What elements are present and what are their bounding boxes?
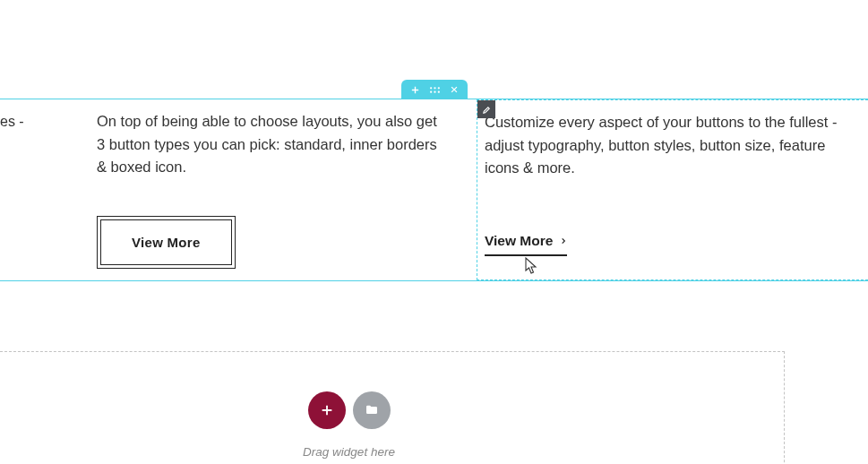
drag-section-icon[interactable] [429, 85, 441, 95]
chevron-right-icon [560, 236, 567, 246]
template-library-button[interactable] [353, 391, 391, 429]
dropzone-hint: Drag widget here [0, 445, 741, 459]
add-widget-button[interactable] [308, 391, 346, 429]
column-2-text: Customize every aspect of your buttons t… [485, 111, 841, 180]
column-1-text: On top of being able to choose layouts, … [97, 110, 448, 179]
close-section-icon[interactable] [450, 85, 459, 94]
svg-point-4 [434, 90, 435, 92]
view-more-boxed-button[interactable]: View More [97, 216, 236, 269]
column-partial: es - [0, 99, 36, 280]
editor-section[interactable]: es - On top of being able to choose layo… [0, 99, 868, 281]
svg-point-0 [430, 87, 432, 89]
add-section-icon[interactable] [410, 85, 420, 95]
section-handle [401, 80, 468, 99]
column-1[interactable]: On top of being able to choose layouts, … [90, 99, 475, 280]
empty-section-dropzone[interactable]: Drag widget here [0, 351, 785, 464]
svg-point-1 [434, 87, 435, 89]
view-more-boxed-label: View More [100, 219, 232, 265]
edit-widget-icon[interactable] [477, 100, 495, 118]
svg-point-5 [437, 90, 439, 92]
dropzone-actions [0, 391, 741, 429]
svg-point-3 [430, 90, 432, 92]
column-2[interactable]: Customize every aspect of your buttons t… [477, 99, 868, 280]
view-more-link-button[interactable]: View More [485, 233, 567, 256]
partial-text: es - [0, 114, 24, 129]
view-more-link-label: View More [485, 233, 553, 249]
svg-point-2 [437, 87, 439, 89]
